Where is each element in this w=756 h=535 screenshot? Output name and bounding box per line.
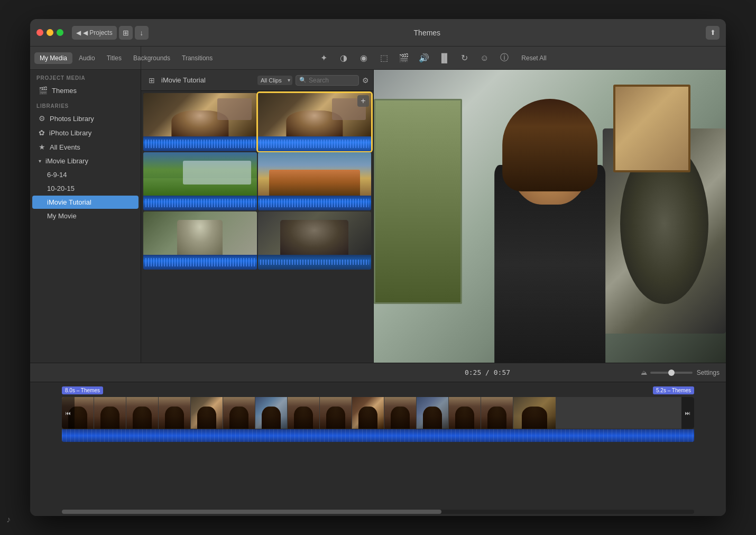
sidebar-item-iphoto[interactable]: ✿ iPhoto Library <box>32 126 139 140</box>
media-panel: ⊞ iMovie Tutorial All Clips 🔍 ⚙ <box>141 70 374 363</box>
frame-9 <box>320 397 352 429</box>
photos-icon: ⚙ <box>39 114 45 123</box>
sidebar: PROJECT MEDIA 🎬 Themes LIBRARIES ⚙ Photo… <box>30 70 141 363</box>
frame-4 <box>159 397 190 429</box>
sidebar-item-imovie-library[interactable]: ▾ iMovie Library <box>32 154 139 168</box>
timeline-toolbar: 0:25 / 0:57 ⛰ Settings <box>30 363 726 382</box>
media-thumb-3[interactable] <box>143 152 257 210</box>
frame-10 <box>352 397 384 429</box>
frame-5 <box>191 397 223 429</box>
media-settings-button[interactable]: ⚙ <box>362 76 369 85</box>
settings-label[interactable]: Settings <box>697 369 720 376</box>
share-button[interactable]: ⬆ <box>706 26 720 40</box>
sidebar-item-my-movie[interactable]: My Movie <box>32 209 139 223</box>
timeline-scrollbar[interactable] <box>62 510 694 514</box>
search-icon: 🔍 <box>299 77 307 84</box>
video-frames <box>62 397 694 429</box>
audio-track <box>62 429 694 442</box>
close-button[interactable] <box>36 29 43 36</box>
sidebar-item-imovie-tutorial[interactable]: iMovie Tutorial <box>32 196 139 209</box>
sidebar-item-date1[interactable]: 6-9-14 <box>32 168 139 181</box>
grid-icon: ⊞ <box>123 29 129 37</box>
themes-label: Themes <box>52 87 77 95</box>
sidebar-item-date2[interactable]: 10-20-15 <box>32 182 139 195</box>
grid-toggle-button[interactable]: ⊞ <box>145 75 158 86</box>
sidebar-item-all-events[interactable]: ★ All Events <box>32 140 139 154</box>
back-projects-button[interactable]: ◀ ◀ Projects <box>72 26 117 40</box>
imovie-tutorial-label: iMovie Tutorial <box>47 198 91 206</box>
media-thumb-4[interactable] <box>258 152 372 210</box>
all-events-label: All Events <box>50 143 80 151</box>
grid-view-button[interactable]: ⊞ <box>119 26 133 40</box>
bars-button[interactable]: ▐▌ <box>437 51 451 66</box>
color-button[interactable]: ◉ <box>356 51 371 66</box>
add-clip-button[interactable]: + <box>357 95 369 107</box>
sidebar-item-themes[interactable]: 🎬 Themes <box>32 84 139 97</box>
total-time: 0:57 <box>494 368 510 376</box>
clip-filter-select[interactable]: All Clips <box>257 76 292 85</box>
media-thumb-1[interactable] <box>143 93 257 151</box>
media-thumb-6[interactable] <box>258 211 372 270</box>
media-tabs: My Media Audio Titles Backgrounds Transi… <box>30 47 141 69</box>
current-time: 0:25 <box>465 368 481 376</box>
down-arrow-button[interactable]: ↓ <box>135 26 149 40</box>
magic-wand-button[interactable]: ✦ <box>316 51 331 66</box>
star-icon: ★ <box>39 143 45 151</box>
date2-label: 10-20-15 <box>47 185 75 192</box>
traffic-lights <box>36 29 63 36</box>
crop-button[interactable]: ⬚ <box>376 51 391 66</box>
scrollbar-thumb <box>62 510 441 514</box>
frame-15 <box>513 397 556 429</box>
tab-titles[interactable]: Titles <box>102 52 127 64</box>
audio-button[interactable]: 🔊 <box>417 51 431 66</box>
project-media-label: PROJECT MEDIA <box>30 70 141 83</box>
speed-button[interactable]: ↻ <box>457 51 472 66</box>
maximize-button[interactable] <box>57 29 63 36</box>
preview-video <box>374 70 726 363</box>
tab-audio[interactable]: Audio <box>73 52 100 64</box>
date1-label: 6-9-14 <box>47 171 67 179</box>
frame-13 <box>449 397 481 429</box>
frame-14 <box>481 397 513 429</box>
titlebar-nav: ◀ ◀ Projects ⊞ ↓ <box>72 26 149 40</box>
iphoto-icon: ✿ <box>39 128 45 137</box>
media-thumb-2[interactable]: + <box>258 93 372 151</box>
libraries-label: LIBRARIES <box>30 98 141 111</box>
search-box: 🔍 <box>296 75 359 86</box>
frame-3 <box>126 397 158 429</box>
video-track: ⏮ <box>62 397 694 429</box>
mountain-icon: ⛰ <box>641 369 647 376</box>
camera-button[interactable]: 🎬 <box>397 51 411 66</box>
top-toolbar: My Media Audio Titles Backgrounds Transi… <box>30 47 726 70</box>
info-button[interactable]: ⓘ <box>497 51 512 66</box>
my-movie-label: My Movie <box>47 212 77 220</box>
media-thumb-5[interactable] <box>143 211 257 270</box>
reset-all-button[interactable]: Reset All <box>517 52 550 64</box>
search-input[interactable] <box>309 77 355 84</box>
window-title: Themes <box>153 29 702 37</box>
frame-11 <box>384 397 416 429</box>
expand-triangle-icon: ▾ <box>39 158 41 164</box>
frame-12 <box>417 397 448 429</box>
frame-7 <box>255 397 287 429</box>
sidebar-item-photos[interactable]: ⚙ Photos Library <box>32 112 139 125</box>
zoom-slider[interactable] <box>650 372 693 374</box>
timeline-area: 0:25 / 0:57 ⛰ Settings 8.0s – Themes 5.2… <box>30 363 726 516</box>
main-window: ◀ ◀ Projects ⊞ ↓ Themes ⬆ My Media Audio… <box>30 19 726 516</box>
clip-filter-wrapper: All Clips <box>257 76 292 85</box>
face-button[interactable]: ☺ <box>477 51 492 66</box>
contrast-button[interactable]: ◑ <box>336 51 351 66</box>
down-arrow-icon: ↓ <box>140 29 143 37</box>
imovie-library-label: iMovie Library <box>45 157 88 165</box>
timeline-track: 8.0s – Themes 5.2s – Themes ⏮ <box>62 397 694 442</box>
minimize-button[interactable] <box>47 29 53 36</box>
tab-my-media[interactable]: My Media <box>34 52 72 64</box>
frame-6 <box>223 397 255 429</box>
skip-backward-button[interactable]: ⏮ <box>62 397 75 429</box>
panel-title: iMovie Tutorial <box>161 76 254 84</box>
skip-forward-button[interactable]: ⏭ <box>681 397 694 429</box>
theme-label-left: 8.0s – Themes <box>62 386 103 394</box>
share-icon: ⬆ <box>710 29 716 36</box>
media-grid: + <box>141 91 373 363</box>
media-panel-toolbar: ⊞ iMovie Tutorial All Clips 🔍 ⚙ <box>141 70 373 91</box>
